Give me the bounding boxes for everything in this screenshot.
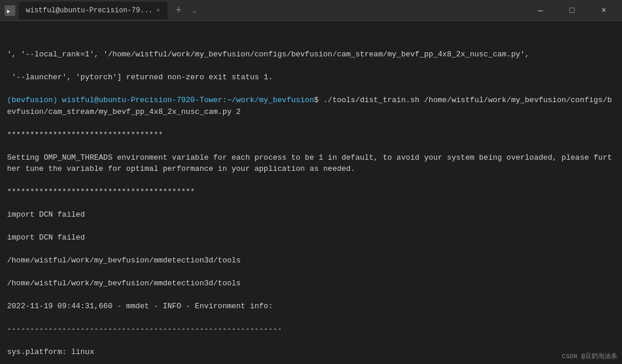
minimize-button[interactable]: — [527,2,554,19]
terminal-tab[interactable]: wistful@ubuntu-Precision-79... × [19,2,167,19]
terminal-line: sys.platform: linux [7,346,615,358]
terminal-line: import DCN failed [7,209,615,221]
terminal-line: /home/wistful/work/my_bevfusion/mmdetect… [7,255,615,267]
tab-label: wistful@ubuntu-Precision-79... [26,6,153,15]
terminal-line: import DCN failed [7,232,615,244]
titlebar-left: ▶ wistful@ubuntu-Precision-79... × + ⌄ [5,2,199,19]
terminal-line: (bevfusion) wistful@ubuntu-Precision-792… [7,95,615,117]
prompt-user: (bevfusion) wistful@ubuntu-Precision-792… [7,96,314,105]
terminal-line: ****************************************… [7,186,615,198]
terminal-icon: ▶ [5,5,15,16]
window-controls: — □ × [527,2,617,19]
terminal-line: ', '--local_rank=1', '/home/wistful/work… [7,49,615,60]
svg-text:▶: ▶ [7,8,11,14]
close-button[interactable]: × [590,2,617,19]
new-tab-button[interactable]: + [171,5,187,16]
terminal-line: Setting OMP_NUM_THREADS environment vari… [7,152,615,175]
tab-dropdown-button[interactable]: ⌄ [190,6,199,15]
terminal-line: /home/wistful/work/my_bevfusion/mmdetect… [7,278,615,289]
terminal-output[interactable]: ', '--local_rank=1', '/home/wistful/work… [0,21,622,364]
terminal-window: ▶ wistful@ubuntu-Precision-79... × + ⌄ —… [0,0,622,364]
watermark: CSDN @豆奶泡油条 [562,352,617,360]
terminal-line: ********************************** [7,129,615,141]
terminal-line: 2022-11-19 09:44:31,660 - mmdet - INFO -… [7,301,615,312]
maximize-button[interactable]: □ [559,2,586,19]
tab-close-button[interactable]: × [156,7,160,14]
titlebar: ▶ wistful@ubuntu-Precision-79... × + ⌄ —… [0,0,622,21]
terminal-line: ----------------------------------------… [7,323,615,335]
terminal-line: '--launcher', 'pytorch'] returned non-ze… [7,72,615,83]
